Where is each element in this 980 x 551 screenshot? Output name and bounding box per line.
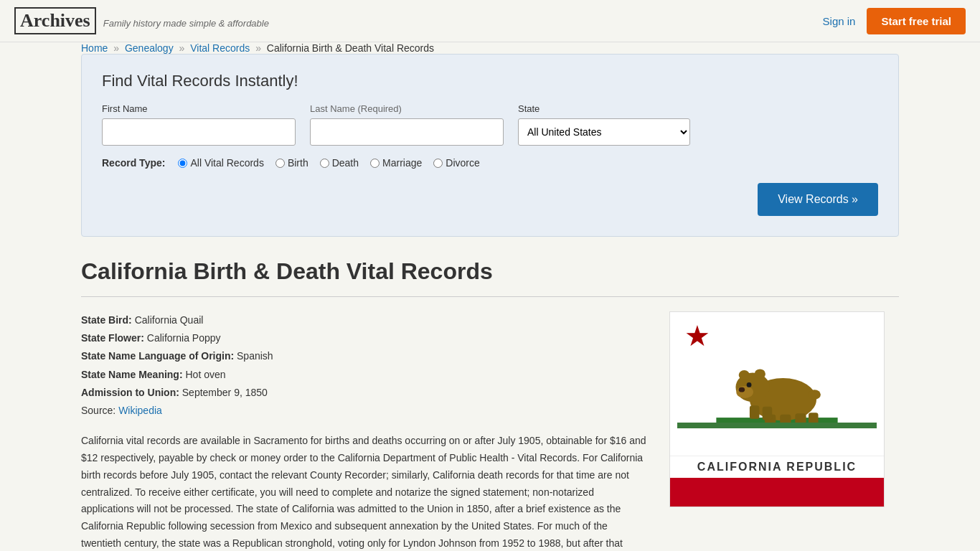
breadcrumb-vital-records[interactable]: Vital Records [190,42,250,54]
fact-bird: State Bird: California Quail [81,311,648,329]
meaning-label: State Name Meaning: [81,369,183,380]
record-type-marriage[interactable]: Marriage [370,157,422,169]
fact-language: State Name Language of Origin: Spanish [81,347,648,365]
logo-area: Archives Family history made simple & af… [14,7,269,34]
fact-flower: State Flower: California Poppy [81,329,648,347]
radio-birth[interactable] [275,159,285,168]
breadcrumb-current: California Birth & Death Vital Records [267,42,434,54]
record-type-row: Record Type: All Vital Records Birth Dea… [102,157,878,169]
state-label: State [518,103,690,114]
svg-point-4 [739,387,745,392]
svg-rect-14 [763,406,773,420]
last-name-input[interactable] [310,118,504,146]
site-header: Archives Family history made simple & af… [0,0,980,42]
record-type-label: Record Type: [102,157,165,169]
flower-label: State Flower: [81,332,144,344]
svg-point-5 [739,370,750,380]
radio-marriage[interactable] [370,159,380,168]
first-name-input[interactable] [102,118,296,146]
state-group: State All United States [518,103,690,146]
bird-value: California Quail [135,314,204,326]
bird-label: State Bird: [81,314,132,326]
header-actions: Sign in Start free trial [823,8,966,34]
language-label: State Name Language of Origin: [81,350,234,362]
content-area: State Bird: California Quail State Flowe… [81,311,899,551]
svg-point-7 [747,382,752,387]
first-name-group: First Name [102,103,296,146]
fact-source: Source: Wikipedia [81,402,648,420]
svg-rect-13 [750,405,760,419]
record-type-birth[interactable]: Birth [275,157,308,169]
admission-value: September 9, 1850 [182,387,268,398]
svg-point-12 [809,390,821,400]
breadcrumb: Home » Genealogy » Vital Records » Calif… [67,42,913,54]
page-title: California Birth & Death Vital Records [81,258,899,285]
facts-list: State Bird: California Quail State Flowe… [81,311,648,420]
radio-divorce[interactable] [433,159,443,168]
record-type-divorce[interactable]: Divorce [433,157,479,169]
breadcrumb-separator-2: » [179,42,185,54]
search-title: Find Vital Records Instantly! [102,72,878,90]
breadcrumb-separator-1: » [113,42,119,54]
svg-point-6 [755,369,765,379]
bear-svg [712,351,842,430]
wikipedia-link[interactable]: Wikipedia [118,405,162,416]
logo: Archives [14,7,96,34]
language-value: Spanish [237,350,273,362]
description-text: California vital records are available i… [81,433,648,551]
flag-ground [677,423,877,428]
flag-image: ★ [669,311,885,507]
flag-star-icon: ★ [684,319,710,352]
admission-label: Admission to Union: [81,387,179,398]
search-box: Find Vital Records Instantly! First Name… [81,54,899,237]
record-type-options: All Vital Records Birth Death Marriage [178,157,479,169]
flag-white-section: ★ [670,312,884,456]
fact-meaning: State Name Meaning: Hot oven [81,366,648,384]
search-fields: First Name Last Name (Required) State Al… [102,103,878,146]
flower-value: California Poppy [147,332,221,344]
view-records-button[interactable]: View Records » [758,183,878,216]
first-name-label: First Name [102,103,296,114]
flag-bear-container [712,351,842,432]
radio-death[interactable] [320,159,329,168]
record-type-all-vital[interactable]: All Vital Records [178,157,263,169]
meaning-value: Hot oven [185,369,225,380]
main-content: Find Vital Records Instantly! First Name… [67,54,913,551]
source-label: Source: [81,405,116,416]
flag-text: CALIFORNIA REPUBLIC [670,456,884,478]
content-text: State Bird: California Quail State Flowe… [81,311,648,551]
breadcrumb-genealogy[interactable]: Genealogy [125,42,174,54]
last-name-group: Last Name (Required) [310,103,504,146]
radio-all-vital[interactable] [178,159,187,168]
state-select[interactable]: All United States [518,118,690,146]
record-type-area: Record Type: All Vital Records Birth Dea… [102,157,878,216]
svg-point-3 [736,386,753,398]
sign-in-link[interactable]: Sign in [823,15,856,27]
start-trial-button[interactable]: Start free trial [867,8,966,34]
last-name-label: Last Name (Required) [310,103,504,114]
record-type-death[interactable]: Death [320,157,359,169]
tagline: Family history made simple & affordable [103,18,269,29]
breadcrumb-home[interactable]: Home [81,42,108,54]
flag-red-stripe [670,478,884,507]
california-flag: ★ [669,311,899,551]
fact-admission: Admission to Union: September 9, 1850 [81,384,648,402]
breadcrumb-separator-3: » [255,42,261,54]
title-divider [81,296,899,297]
